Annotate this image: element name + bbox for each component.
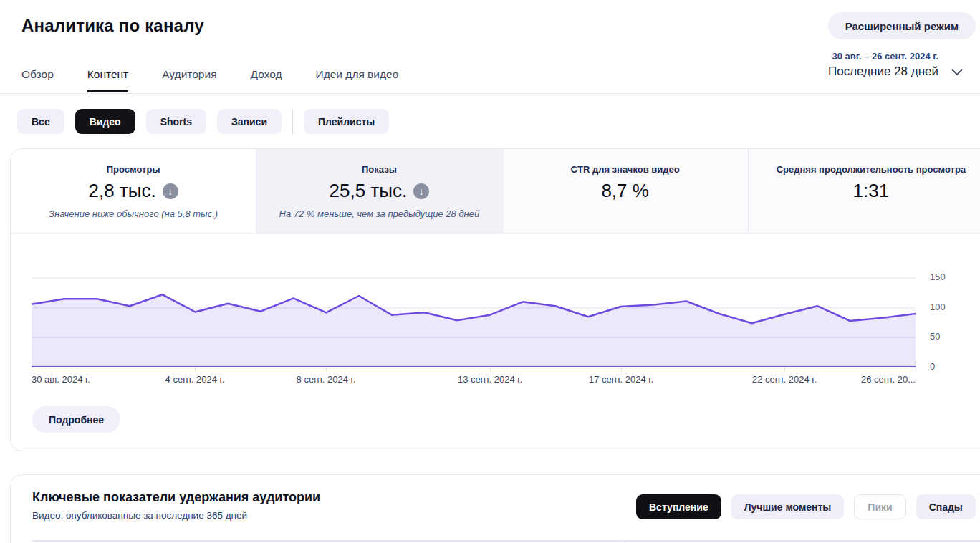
retention-table-divider xyxy=(32,540,980,542)
x-axis-label: 13 сент. 2024 г. xyxy=(458,374,522,385)
y-axis-label: 50 xyxy=(930,331,959,342)
segment-button-dips[interactable]: Спады xyxy=(916,494,976,519)
tab-content[interactable]: Контент xyxy=(87,68,128,92)
chevron-down-icon[interactable] xyxy=(951,66,963,79)
tab-revenue[interactable]: Доход xyxy=(251,68,282,92)
impressions-line-chart[interactable] xyxy=(32,273,916,367)
metric-value: 8,7 % xyxy=(601,180,649,202)
x-axis-label: 4 сент. 2024 г. xyxy=(165,374,225,385)
metric-card-views[interactable]: Просмотры 2,8 тыс. ↓ Значение ниже обычн… xyxy=(11,149,256,233)
x-axis-tick xyxy=(784,367,785,371)
filter-chip-all[interactable]: Все xyxy=(17,109,64,134)
content-filter-chips: Все Видео Shorts Записи Плейлисты xyxy=(17,109,389,134)
details-button[interactable]: Подробнее xyxy=(32,406,120,433)
metric-card-ctr[interactable]: CTR для значков видео 8,7 % xyxy=(503,149,749,233)
tab-video-ideas[interactable]: Идеи для видео xyxy=(316,68,399,92)
channel-analytics-page: Аналитика по каналу Расширенный режим 30… xyxy=(0,0,980,543)
filter-chip-video[interactable]: Видео xyxy=(75,109,135,134)
y-axis-label: 0 xyxy=(930,361,959,372)
trend-down-icon: ↓ xyxy=(163,183,178,199)
tab-overview[interactable]: Обзор xyxy=(21,68,54,92)
date-range-selector[interactable]: 30 авг. – 26 сент. 2024 г. Последние 28 … xyxy=(828,51,938,79)
segment-button-intro[interactable]: Вступление xyxy=(636,494,721,519)
date-range-label: 30 авг. – 26 сент. 2024 г. xyxy=(828,51,938,62)
x-axis-tick xyxy=(621,367,622,371)
trend-down-icon: ↓ xyxy=(413,183,429,199)
analytics-card: Просмотры 2,8 тыс. ↓ Значение ниже обычн… xyxy=(10,148,980,451)
filter-chip-playlists[interactable]: Плейлисты xyxy=(304,109,389,134)
segment-button-spikes[interactable]: Пики xyxy=(854,494,905,519)
x-axis-label: 26 сент. 20... xyxy=(861,374,916,385)
metric-label: Показы xyxy=(256,164,501,175)
metric-card-impressions[interactable]: Показы 25,5 тыс. ↓ На 72 % меньше, чем з… xyxy=(256,149,502,233)
x-axis-label: 8 сент. 2024 г. xyxy=(297,374,356,385)
x-axis-tick xyxy=(490,367,491,371)
y-axis-label: 150 xyxy=(930,272,959,282)
chip-divider xyxy=(292,110,293,134)
analytics-tabs: Обзор Контент Аудитория Доход Идеи для в… xyxy=(21,68,398,92)
retention-section-subtitle: Видео, опубликованные за последние 365 д… xyxy=(32,510,247,521)
x-axis-label: 30 авг. 2024 г. xyxy=(32,374,90,385)
metric-note: Значение ниже обычного (на 5,8 тыс.) xyxy=(11,208,256,219)
chart-area-fill xyxy=(32,294,916,367)
retention-card: Ключевые показатели удержания аудитории … xyxy=(10,474,980,543)
y-axis-label: 100 xyxy=(930,302,959,312)
retention-segment-buttons: Вступление Лучшие моменты Пики Спады xyxy=(636,494,976,519)
metric-value: 2,8 тыс. xyxy=(89,180,156,202)
segment-button-top-moments[interactable]: Лучшие моменты xyxy=(731,494,845,519)
date-period-label: Последние 28 дней xyxy=(828,64,938,79)
tab-audience[interactable]: Аудитория xyxy=(162,68,216,92)
metric-value: 25,5 тыс. xyxy=(330,180,408,202)
retention-section-title: Ключевые показатели удержания аудитории xyxy=(32,490,320,505)
x-axis-tick xyxy=(326,367,327,371)
page-title: Аналитика по каналу xyxy=(21,16,204,36)
x-axis-label: 22 сент. 2024 г. xyxy=(752,374,817,385)
metric-label: Просмотры xyxy=(11,164,256,175)
metric-label: CTR для значков видео xyxy=(503,164,748,175)
advanced-mode-button[interactable]: Расширенный режим xyxy=(828,12,976,39)
x-axis-tick xyxy=(195,367,196,371)
filter-chip-posts[interactable]: Записи xyxy=(217,109,282,134)
header-divider xyxy=(0,93,980,94)
metric-cards-row: Просмотры 2,8 тыс. ↓ Значение ниже обычн… xyxy=(11,149,980,234)
metric-card-avg-view-duration[interactable]: Средняя продолжительность просмотра 1:31 xyxy=(749,149,980,233)
metric-note: На 72 % меньше, чем за предыдущие 28 дне… xyxy=(256,208,501,219)
metric-value: 1:31 xyxy=(853,180,890,202)
filter-chip-shorts[interactable]: Shorts xyxy=(146,109,206,134)
metric-label: Средняя продолжительность просмотра xyxy=(749,164,980,175)
x-axis-label: 17 сент. 2024 г. xyxy=(589,374,653,385)
